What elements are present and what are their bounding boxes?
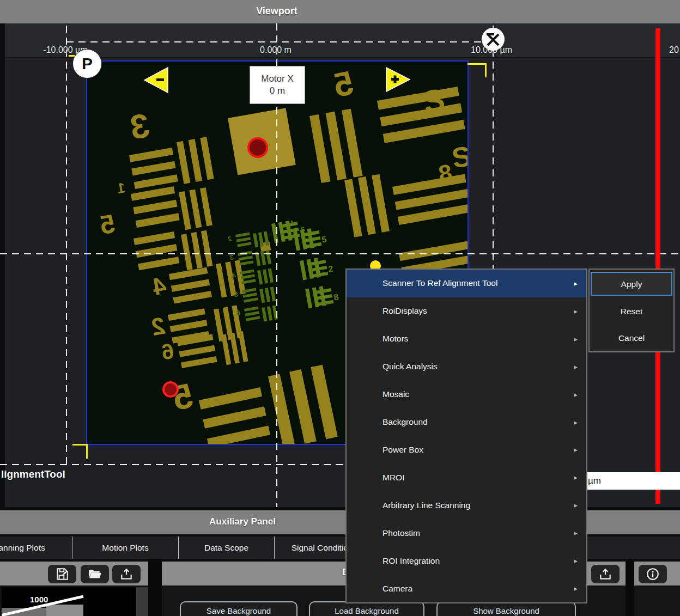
- folder-open-icon: [88, 567, 102, 581]
- save-button[interactable]: [48, 565, 76, 583]
- ruler-band: [0, 23, 680, 58]
- menu-item-label: Mosaic: [347, 389, 409, 399]
- info-button[interactable]: [639, 565, 667, 583]
- open-button[interactable]: [81, 565, 109, 583]
- menu-item-power-box[interactable]: Power Box▸: [347, 436, 586, 464]
- save-background-button[interactable]: Save Background: [180, 601, 298, 616]
- menu-item-roidisplays[interactable]: RoiDisplays▸: [347, 297, 586, 325]
- menu-item-label: RoiDisplays: [347, 306, 427, 316]
- motor-x-name: Motor X: [250, 74, 305, 84]
- export-button[interactable]: [112, 565, 141, 583]
- menu-item-roi-integration[interactable]: ROI Integration▸: [347, 547, 586, 575]
- tab-data-scope[interactable]: Data Scope: [179, 536, 275, 559]
- menu-item-scanner-to-ref-alignment-tool[interactable]: Scanner To Ref Alignment Tool▸: [347, 270, 586, 297]
- submenu-arrow-icon: ▸: [574, 529, 578, 537]
- submenu-arrow-icon: ▸: [574, 307, 578, 315]
- scan-position-line: [655, 28, 660, 504]
- submenu-item-cancel[interactable]: Cancel: [591, 327, 672, 350]
- menu-item-label: Photostim: [347, 528, 420, 538]
- menu-item-label: Motors: [347, 334, 408, 344]
- info-icon: [646, 567, 660, 581]
- menu-item-label: Camera: [347, 584, 412, 594]
- load-background-button[interactable]: Load Background: [309, 601, 424, 616]
- context-menu-items: Scanner To Ref Alignment Tool▸RoiDisplay…: [347, 270, 586, 602]
- submenu-arrow-icon: ▸: [574, 391, 578, 399]
- context-submenu: Apply Reset Cancel: [588, 269, 675, 352]
- yellow-bracket-topright-h: [467, 63, 487, 65]
- viewport-title: Viewport: [0, 5, 554, 17]
- motor-minus-button[interactable]: [143, 67, 168, 95]
- submenu-arrow-icon: ▸: [574, 501, 578, 509]
- motor-x-label[interactable]: Motor X 0 m: [250, 66, 305, 104]
- submenu-arrow-icon: ▸: [574, 557, 578, 565]
- submenu-arrow-icon: ▸: [574, 584, 578, 593]
- yellow-bracket-bottomleft-h: [72, 444, 88, 446]
- menu-item-mosaic[interactable]: Mosaic▸: [347, 381, 586, 408]
- submenu-arrow-icon: ▸: [574, 279, 578, 288]
- plot-y-label: 1000: [30, 595, 48, 604]
- mini-plot: 1000: [2, 587, 136, 616]
- submenu-arrow-icon: ▸: [574, 363, 578, 371]
- p-marker-icon[interactable]: P: [73, 50, 101, 78]
- crosshair-hline-top[interactable]: [66, 41, 487, 42]
- menu-item-motors[interactable]: Motors▸: [347, 325, 586, 353]
- menu-item-mroi[interactable]: MROI▸: [347, 463, 586, 491]
- background-export-button[interactable]: [591, 565, 620, 583]
- ruler-label-center: 0.000 m: [243, 45, 308, 55]
- save-icon: [55, 567, 69, 581]
- alignment-tool-label: lignmentTool: [1, 468, 65, 480]
- tab-scanning-plots[interactable]: Scanning Plots: [0, 536, 72, 559]
- menu-item-quick-analysis[interactable]: Quick Analysis▸: [347, 353, 586, 381]
- unit-input[interactable]: µm: [585, 472, 680, 490]
- crosshair-hline-bottom[interactable]: [0, 464, 345, 465]
- submenu-item-apply[interactable]: Apply: [591, 272, 672, 296]
- menu-item-camera[interactable]: Camera▸: [347, 575, 586, 602]
- menu-item-background[interactable]: Background▸: [347, 408, 586, 436]
- menu-item-label: Arbitrary Line Scanning: [347, 501, 470, 510]
- yellow-bracket-topright-v: [485, 63, 487, 77]
- motor-x-value: 0 m: [250, 86, 305, 96]
- motor-plus-button[interactable]: [386, 67, 411, 94]
- submenu-arrow-icon: ▸: [574, 335, 578, 343]
- menu-item-label: Scanner To Ref Alignment Tool: [347, 278, 497, 288]
- menu-item-arbitrary-line-scanning[interactable]: Arbitrary Line Scanning▸: [347, 491, 586, 519]
- submenu-arrow-icon: ▸: [574, 473, 578, 481]
- tab-motion-plots[interactable]: Motion Plots: [72, 536, 179, 559]
- yellow-bracket-bottomleft-v: [86, 444, 88, 459]
- context-menu: Scanner To Ref Alignment Tool▸RoiDisplay…: [345, 269, 587, 603]
- divider: [626, 562, 634, 616]
- menu-item-label: Background: [347, 417, 428, 427]
- menu-item-photostim[interactable]: Photostim▸: [347, 519, 586, 547]
- menu-item-label: Quick Analysis: [347, 362, 438, 371]
- alignment-marker-red-1[interactable]: [247, 137, 268, 158]
- submenu-arrow-icon: ▸: [574, 446, 578, 454]
- alignment-marker-red-2[interactable]: [162, 381, 179, 398]
- info-panel-body: [634, 585, 680, 616]
- crosshair-hline-center[interactable]: [0, 253, 680, 254]
- menu-item-label: MROI: [347, 473, 404, 483]
- viewport-left-edge: [0, 23, 5, 507]
- ruler-label-edge: 20: [669, 45, 680, 55]
- crossed-marker-icon[interactable]: [481, 27, 505, 53]
- divider: [148, 562, 162, 616]
- plot-line: [2, 587, 136, 616]
- plot-edge: [136, 587, 148, 616]
- menu-item-label: Power Box: [347, 445, 423, 455]
- viewport-titlebar: Viewport: [0, 0, 680, 23]
- submenu-item-reset[interactable]: Reset: [591, 300, 672, 323]
- crosshair-vline-left[interactable]: [66, 26, 67, 465]
- submenu-arrow-icon: ▸: [574, 418, 578, 426]
- show-background-button[interactable]: Show Background: [436, 601, 576, 616]
- upload-icon: [598, 567, 612, 581]
- upload-icon: [119, 567, 133, 581]
- menu-item-label: ROI Integration: [347, 556, 440, 566]
